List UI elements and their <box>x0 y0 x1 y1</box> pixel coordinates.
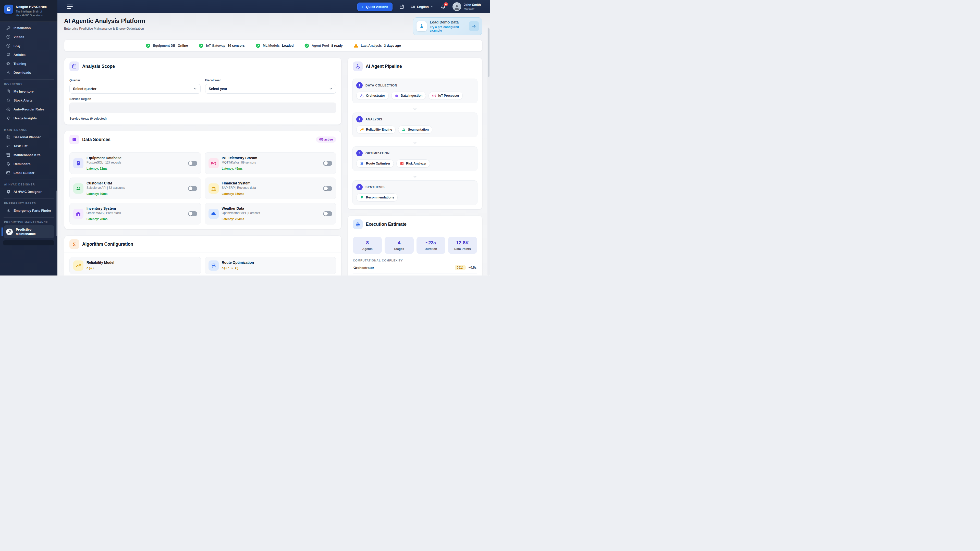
arrow-down-icon <box>352 103 477 113</box>
toggle-switch[interactable] <box>188 161 197 166</box>
pipeline-stage-synthesis: 4 SYNTHESIS Recommendations <box>352 180 477 205</box>
sidebar-item-emergency-parts-finder[interactable]: Emergency Parts Finder <box>3 206 55 215</box>
load-demo-data-card[interactable]: Load Demo Data Try a pre-configured exam… <box>413 17 482 35</box>
sidebar-item-training[interactable]: Training <box>3 59 55 68</box>
sidebar-item-usage-insights[interactable]: Usage Insights <box>3 114 55 122</box>
user-role: Manager <box>464 7 481 10</box>
main-scrollbar-thumb[interactable] <box>488 28 490 77</box>
latency-value: Latency: 89ms <box>86 192 125 196</box>
toggle-switch[interactable] <box>188 186 197 191</box>
agent-chip-recommendations[interactable]: Recommendations <box>356 193 398 202</box>
service-region-label: Service Region <box>69 97 336 101</box>
sidebar-section-ai-hvac-designer: AI HVAC DESIGNER <box>4 183 53 186</box>
calendar-icon[interactable] <box>399 4 404 9</box>
sidebar-item-my-inventory[interactable]: My Inventory <box>3 87 55 96</box>
agent-chip-segmentation[interactable]: Segmentation <box>398 125 432 134</box>
trend-up-icon <box>73 260 83 271</box>
service-areas-label: Service Areas (0 selected) <box>69 117 336 121</box>
notifications-button[interactable]: 4 <box>441 4 446 10</box>
sidebar-item-auto-reorder-rules[interactable]: Auto-Reorder Rules <box>3 105 55 114</box>
trend-up-icon <box>360 127 364 132</box>
hamburger-menu-icon[interactable] <box>67 5 73 9</box>
demo-subtitle: Try a pre-configured example <box>430 25 466 32</box>
agent-chip-data-ingestion[interactable]: Data Ingestion <box>391 92 426 100</box>
download-icon <box>6 70 11 75</box>
complexity-section-header: COMPUTATIONAL COMPLEXITY <box>353 259 477 262</box>
network-icon <box>353 62 363 71</box>
pipeline-stage-analysis: 2 ANALYSIS Reliability Engine <box>352 113 477 137</box>
server-stack-icon <box>69 135 79 144</box>
chevron-down-icon <box>431 5 434 8</box>
lightbulb-icon <box>360 195 364 200</box>
sidebar-item-installation[interactable]: Installation <box>3 24 55 32</box>
main-scrollbar[interactable] <box>487 27 490 275</box>
cloud-download-icon <box>395 94 399 98</box>
sidebar-item-stock-alerts[interactable]: Stock Alerts <box>3 96 55 105</box>
sidebar-scrollbar[interactable] <box>56 191 57 236</box>
toggle-switch[interactable] <box>323 211 332 216</box>
toggle-switch[interactable] <box>323 161 332 166</box>
complexity-time: ~0.5s <box>469 266 476 269</box>
sidebar-item-reminders[interactable]: Reminders <box>3 160 55 168</box>
quick-actions-button[interactable]: + Quick Actions <box>357 3 393 11</box>
sidebar-item-maintenance-kits[interactable]: Maintenance Kits <box>3 151 55 159</box>
sidebar-item-videos[interactable]: Videos <box>3 33 55 41</box>
notification-count-badge: 4 <box>444 2 448 6</box>
quarter-label: Quarter <box>69 79 200 82</box>
user-menu[interactable]: John Smith Manager <box>452 2 481 11</box>
data-source-financial-system: Financial System SAP ERP | Revenue data … <box>205 178 336 199</box>
pipeline-stage-data-collection: 1 DATA COLLECTION Orchestrator <box>352 79 477 103</box>
latency-value: Latency: 156ms <box>222 192 256 196</box>
route-icon <box>208 260 219 271</box>
sidebar-item-predictive-maintenance[interactable]: Predictive Maintenance <box>3 225 54 238</box>
archive-icon <box>6 153 11 157</box>
agent-chip-risk-analyzer[interactable]: Risk Analyzer <box>396 159 430 168</box>
toggle-switch[interactable] <box>323 186 332 191</box>
sidebar-item-ai-hvac-designer[interactable]: AI HVAC Designer <box>3 187 55 196</box>
agent-chip-reliability-engine[interactable]: Reliability Engine <box>356 125 396 134</box>
data-source-weather-data: Weather Data OpenWeather API | Forecast … <box>205 203 336 224</box>
stage-number: 4 <box>356 184 363 190</box>
quarter-select[interactable]: Select quarter <box>69 84 200 94</box>
main-area: + Quick Actions GB English 4 John Smith <box>57 0 490 275</box>
brand: Nexgile-HVACortex The Intelligent Brain … <box>0 0 57 22</box>
stage-number: 1 <box>356 82 363 89</box>
agent-chip-orchestrator[interactable]: Orchestrator <box>356 92 389 100</box>
arrow-right-icon[interactable] <box>469 21 479 32</box>
page-subtitle: Enterprise Predictive Maintenance & Ener… <box>64 27 145 30</box>
agent-chip-iot-processor[interactable]: IoT Processor <box>428 92 463 100</box>
sidebar: Nexgile-HVACortex The Intelligent Brain … <box>0 0 57 275</box>
calendar-icon <box>69 62 79 71</box>
analysis-scope-card: Analysis Scope Quarter Select quarter <box>64 58 342 125</box>
sidebar-item-task-list[interactable]: Task List <box>3 142 55 150</box>
toggle-switch[interactable] <box>188 211 197 216</box>
ai-agent-pipeline-card: AI Agent Pipeline 1 DATA COLLECTION <box>348 58 482 210</box>
page-content: AI Agentic Analysis Platform Enterprise … <box>57 13 490 275</box>
article-icon <box>6 52 11 57</box>
agent-chip-route-optimizer[interactable]: Route Optimizer <box>356 159 394 168</box>
asterisk-icon <box>6 208 11 213</box>
wrench-circle-icon <box>6 229 13 235</box>
plus-icon: + <box>362 5 364 9</box>
language-selector[interactable]: GB English <box>411 5 434 9</box>
stage-number: 2 <box>356 116 363 122</box>
execution-estimate-card: Execution Estimate 8 Agents 4 Stages <box>348 216 482 275</box>
divider <box>3 179 54 180</box>
data-source-customer-crm: Customer CRM Salesforce API | 52 account… <box>69 178 201 199</box>
algorithm-route-optimization: Route Optimization O(n² × k) <box>205 257 336 274</box>
data-sources-card: Data Sources 0/6 active Equipment Databa… <box>64 131 342 229</box>
latency-value: Latency: 45ms <box>222 167 257 170</box>
sidebar-item-faq[interactable]: FAQ <box>3 41 55 50</box>
status-equipment-db: Equipment DB Online <box>145 43 188 48</box>
sidebar-item-articles[interactable]: Articles <box>3 51 55 59</box>
demo-title: Load Demo Data <box>430 20 466 24</box>
stat-stages: 4 Stages <box>385 237 414 254</box>
sidebar-item-downloads[interactable]: Downloads <box>3 68 55 77</box>
fiscal-year-select[interactable]: Select year <box>205 84 336 94</box>
service-region-input[interactable] <box>69 103 336 113</box>
sidebar-item-email-builder[interactable]: Email Builder <box>3 168 55 177</box>
sidebar-item-seasonal-planner[interactable]: Seasonal Planner <box>3 133 55 141</box>
arrow-down-icon <box>352 137 477 146</box>
user-name: John Smith <box>464 3 481 6</box>
check-circle-icon <box>199 43 204 48</box>
